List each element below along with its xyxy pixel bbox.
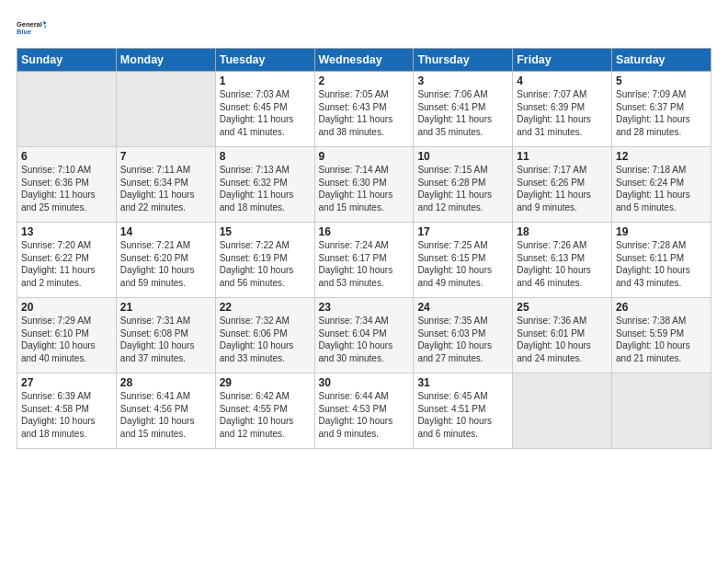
day-number: 23	[319, 301, 410, 314]
day-info: Sunrise: 7:24 AMSunset: 6:17 PMDaylight:…	[319, 239, 410, 289]
day-info: Sunrise: 7:13 AMSunset: 6:32 PMDaylight:…	[220, 164, 311, 213]
day-cell: 9Sunrise: 7:14 AMSunset: 6:30 PMDaylight…	[314, 147, 414, 223]
day-cell: 1Sunrise: 7:03 AMSunset: 6:45 PMDaylight…	[215, 72, 314, 147]
day-cell: 2Sunrise: 7:05 AMSunset: 6:43 PMDaylight…	[314, 72, 414, 147]
col-header-monday: Monday	[116, 49, 215, 72]
day-info: Sunrise: 7:21 AMSunset: 6:20 PMDaylight:…	[120, 239, 211, 289]
day-cell: 7Sunrise: 7:11 AMSunset: 6:34 PMDaylight…	[116, 147, 215, 223]
col-header-wednesday: Wednesday	[314, 49, 414, 72]
week-row-5: 27Sunrise: 6:39 AMSunset: 4:58 PMDayligh…	[17, 373, 711, 449]
day-cell	[513, 373, 612, 449]
day-number: 24	[417, 301, 508, 314]
day-cell: 10Sunrise: 7:15 AMSunset: 6:28 PMDayligh…	[414, 147, 513, 223]
col-header-saturday: Saturday	[612, 49, 711, 72]
day-info: Sunrise: 7:20 AMSunset: 6:22 PMDaylight:…	[21, 239, 112, 289]
day-cell: 6Sunrise: 7:10 AMSunset: 6:36 PMDaylight…	[17, 147, 117, 223]
day-number: 16	[319, 225, 410, 238]
day-cell: 23Sunrise: 7:34 AMSunset: 6:04 PMDayligh…	[314, 298, 414, 373]
week-row-4: 20Sunrise: 7:29 AMSunset: 6:10 PMDayligh…	[17, 298, 711, 373]
day-number: 8	[220, 150, 311, 163]
day-number: 28	[120, 376, 211, 389]
day-number: 18	[517, 225, 608, 238]
col-header-sunday: Sunday	[17, 49, 117, 72]
day-cell: 25Sunrise: 7:36 AMSunset: 6:01 PMDayligh…	[513, 298, 612, 373]
day-info: Sunrise: 6:39 AMSunset: 4:58 PMDaylight:…	[21, 390, 112, 440]
logo: General Blue	[17, 13, 46, 42]
day-info: Sunrise: 7:32 AMSunset: 6:06 PMDaylight:…	[220, 315, 311, 364]
day-cell: 27Sunrise: 6:39 AMSunset: 4:58 PMDayligh…	[17, 373, 117, 449]
header-row: SundayMondayTuesdayWednesdayThursdayFrid…	[17, 49, 711, 72]
day-info: Sunrise: 7:22 AMSunset: 6:19 PMDaylight:…	[220, 239, 311, 289]
day-info: Sunrise: 7:06 AMSunset: 6:41 PMDaylight:…	[417, 88, 508, 138]
day-info: Sunrise: 7:29 AMSunset: 6:10 PMDaylight:…	[21, 315, 112, 364]
day-number: 20	[21, 301, 112, 314]
day-cell: 20Sunrise: 7:29 AMSunset: 6:10 PMDayligh…	[17, 298, 117, 373]
col-header-tuesday: Tuesday	[215, 49, 314, 72]
day-info: Sunrise: 7:26 AMSunset: 6:13 PMDaylight:…	[517, 239, 608, 289]
day-info: Sunrise: 7:31 AMSunset: 6:08 PMDaylight:…	[120, 315, 211, 364]
day-cell	[116, 72, 215, 147]
day-cell: 29Sunrise: 6:42 AMSunset: 4:55 PMDayligh…	[215, 373, 314, 449]
day-info: Sunrise: 6:41 AMSunset: 4:56 PMDaylight:…	[120, 390, 211, 440]
day-number: 14	[120, 225, 211, 238]
day-cell: 17Sunrise: 7:25 AMSunset: 6:15 PMDayligh…	[414, 223, 513, 298]
day-info: Sunrise: 7:28 AMSunset: 6:11 PMDaylight:…	[616, 239, 707, 289]
day-number: 31	[417, 376, 508, 389]
day-number: 7	[120, 150, 211, 163]
day-info: Sunrise: 7:17 AMSunset: 6:26 PMDaylight:…	[517, 164, 608, 213]
day-cell: 19Sunrise: 7:28 AMSunset: 6:11 PMDayligh…	[612, 223, 711, 298]
day-number: 15	[220, 225, 311, 238]
logo-svg: General Blue	[17, 13, 46, 42]
day-cell: 21Sunrise: 7:31 AMSunset: 6:08 PMDayligh…	[116, 298, 215, 373]
day-number: 4	[517, 75, 608, 87]
day-cell	[612, 373, 711, 449]
day-number: 22	[220, 301, 311, 314]
day-number: 6	[21, 150, 112, 163]
day-number: 17	[417, 225, 508, 238]
day-info: Sunrise: 6:45 AMSunset: 4:51 PMDaylight:…	[417, 390, 508, 440]
day-info: Sunrise: 7:05 AMSunset: 6:43 PMDaylight:…	[319, 88, 410, 138]
day-cell: 24Sunrise: 7:35 AMSunset: 6:03 PMDayligh…	[414, 298, 513, 373]
day-info: Sunrise: 7:10 AMSunset: 6:36 PMDaylight:…	[21, 164, 112, 213]
day-info: Sunrise: 7:35 AMSunset: 6:03 PMDaylight:…	[417, 315, 508, 364]
day-number: 26	[616, 301, 707, 314]
day-info: Sunrise: 7:11 AMSunset: 6:34 PMDaylight:…	[120, 164, 211, 213]
day-cell: 8Sunrise: 7:13 AMSunset: 6:32 PMDaylight…	[215, 147, 314, 223]
day-info: Sunrise: 7:09 AMSunset: 6:37 PMDaylight:…	[616, 88, 707, 138]
col-header-thursday: Thursday	[414, 49, 513, 72]
day-info: Sunrise: 7:03 AMSunset: 6:45 PMDaylight:…	[220, 88, 311, 138]
day-number: 30	[319, 376, 410, 389]
day-number: 29	[220, 376, 311, 389]
day-cell: 30Sunrise: 6:44 AMSunset: 4:53 PMDayligh…	[314, 373, 414, 449]
day-cell: 14Sunrise: 7:21 AMSunset: 6:20 PMDayligh…	[116, 223, 215, 298]
col-header-friday: Friday	[513, 49, 612, 72]
day-info: Sunrise: 7:25 AMSunset: 6:15 PMDaylight:…	[417, 239, 508, 289]
day-number: 27	[21, 376, 112, 389]
day-info: Sunrise: 6:44 AMSunset: 4:53 PMDaylight:…	[319, 390, 410, 440]
day-info: Sunrise: 7:36 AMSunset: 6:01 PMDaylight:…	[517, 315, 608, 364]
day-number: 13	[21, 225, 112, 238]
day-number: 2	[319, 75, 410, 87]
day-number: 3	[417, 75, 508, 87]
day-cell: 13Sunrise: 7:20 AMSunset: 6:22 PMDayligh…	[17, 223, 117, 298]
page: General Blue SundayMondayTuesdayWednesda…	[0, 0, 728, 563]
day-cell: 26Sunrise: 7:38 AMSunset: 5:59 PMDayligh…	[612, 298, 711, 373]
week-row-3: 13Sunrise: 7:20 AMSunset: 6:22 PMDayligh…	[17, 223, 711, 298]
day-info: Sunrise: 7:14 AMSunset: 6:30 PMDaylight:…	[319, 164, 410, 213]
day-cell: 11Sunrise: 7:17 AMSunset: 6:26 PMDayligh…	[513, 147, 612, 223]
calendar: SundayMondayTuesdayWednesdayThursdayFrid…	[17, 48, 711, 449]
day-cell: 5Sunrise: 7:09 AMSunset: 6:37 PMDaylight…	[612, 72, 711, 147]
day-cell: 4Sunrise: 7:07 AMSunset: 6:39 PMDaylight…	[513, 72, 612, 147]
day-cell: 18Sunrise: 7:26 AMSunset: 6:13 PMDayligh…	[513, 223, 612, 298]
header: General Blue	[17, 9, 711, 42]
day-number: 9	[319, 150, 410, 163]
day-number: 19	[616, 225, 707, 238]
day-number: 1	[220, 75, 311, 87]
svg-marker-2	[43, 21, 46, 25]
day-cell	[17, 72, 117, 147]
day-info: Sunrise: 7:18 AMSunset: 6:24 PMDaylight:…	[616, 164, 707, 213]
day-info: Sunrise: 6:42 AMSunset: 4:55 PMDaylight:…	[220, 390, 311, 440]
day-cell: 3Sunrise: 7:06 AMSunset: 6:41 PMDaylight…	[414, 72, 513, 147]
day-cell: 22Sunrise: 7:32 AMSunset: 6:06 PMDayligh…	[215, 298, 314, 373]
svg-marker-3	[44, 25, 46, 29]
